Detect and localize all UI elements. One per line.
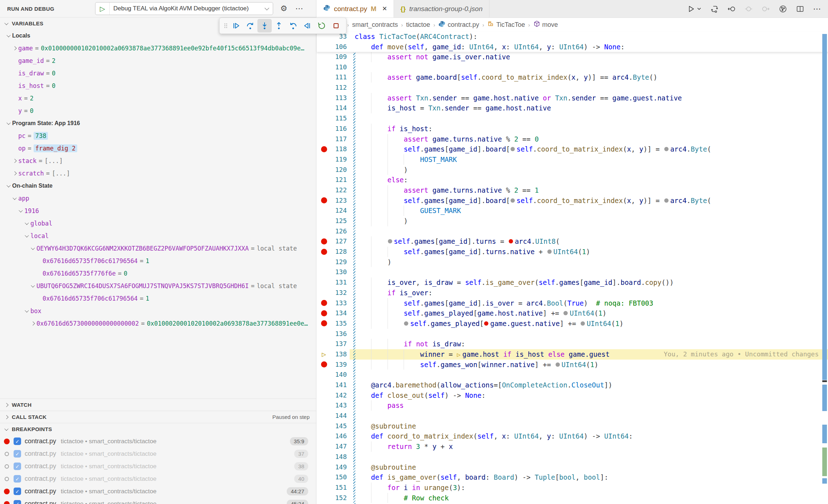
chevron-down-icon[interactable] [6, 121, 11, 125]
code-line[interactable]: 116 if is_host: [317, 124, 828, 134]
variable-row[interactable]: box [0, 305, 316, 317]
continue-button[interactable] [229, 19, 243, 33]
variable-row[interactable]: scratch=[...] [0, 167, 316, 179]
breakpoint-dot[interactable] [321, 300, 327, 306]
breadcrumb[interactable]: oe›smart_contracts›tictactoe›contract.py… [317, 18, 828, 31]
code-line[interactable]: 106 def move(self, game_id: UInt64, x: U… [317, 42, 828, 52]
chevron-right-icon[interactable] [13, 171, 17, 176]
variable-row[interactable]: game=0x010000000102010002a0693878ae37736… [0, 42, 316, 54]
gear-icon[interactable]: ⚙ [280, 4, 287, 13]
code-line[interactable]: 132 if is_over: [317, 288, 828, 298]
run-file-icon[interactable] [687, 5, 701, 13]
inline-breakpoint-dot-icon[interactable] [664, 198, 669, 203]
code-line[interactable]: 112 [317, 83, 828, 93]
breakpoint-dot[interactable] [321, 320, 327, 326]
inline-breakpoint-dot-icon[interactable] [404, 321, 408, 326]
breakpoint-row[interactable]: ✓contract.pytictactoe • smart_contracts/… [0, 448, 316, 460]
code-line[interactable]: 118 self.games[game_id].board[self.coord… [317, 144, 828, 154]
code-line[interactable]: 131 is_over, is_draw = self.is_game_over… [317, 277, 828, 288]
breakpoint-row[interactable]: ✓contract.pytictactoe • smart_contracts/… [0, 473, 316, 485]
inline-breakpoint-dot-icon[interactable] [581, 321, 585, 326]
variable-row[interactable]: stack=[...] [0, 154, 316, 167]
code-line[interactable]: 115 [317, 113, 828, 124]
chevron-right-icon[interactable] [31, 321, 35, 326]
breadcrumb-item-tictactoe[interactable]: tictactoe [406, 21, 430, 29]
breakpoint-checkbox[interactable]: ✓ [14, 500, 21, 504]
breakpoint-gutter-icon[interactable] [317, 196, 331, 206]
code-line[interactable]: 110 [317, 62, 828, 73]
breakpoint-icon[interactable] [5, 452, 9, 456]
restart-button[interactable] [315, 19, 329, 33]
breakpoint-row[interactable]: ✓contract.pytictactoe • smart_contracts/… [0, 498, 316, 504]
variable-row[interactable]: app [0, 192, 316, 204]
breakpoint-dot[interactable] [321, 238, 327, 244]
breadcrumb-item-smart_contracts[interactable]: smart_contracts [352, 21, 398, 29]
chevron-down-icon[interactable] [31, 284, 35, 288]
call-stack-section-header[interactable]: CALL STACK Paused on step [0, 411, 316, 423]
variable-row[interactable]: x=2 [0, 92, 316, 104]
code-line[interactable]: 114 is_host = Txn.sender == game.host.na… [317, 103, 828, 113]
stop-button[interactable] [329, 19, 343, 33]
inline-breakpoint-active-icon[interactable] [509, 239, 513, 243]
close-icon[interactable]: ✕ [382, 5, 387, 13]
chevron-down-icon[interactable] [25, 309, 29, 313]
code-line[interactable]: 127 self.games[game_id].turns = arc4.UIn… [317, 236, 828, 247]
step-over-button[interactable] [243, 19, 257, 33]
variable-row[interactable]: is_draw=0 [0, 67, 316, 79]
breakpoint-gutter-icon[interactable] [317, 298, 331, 308]
breakpoint-icon[interactable] [5, 477, 9, 481]
code-line[interactable]: 117 assert game.turns.native % 2 == 0 [317, 134, 828, 144]
variable-row[interactable]: op=frame_dig 2 [0, 142, 316, 154]
code-line[interactable]: 120 ) [317, 165, 828, 175]
breakpoint-gutter-icon[interactable] [317, 247, 331, 257]
code-line[interactable]: 109 assert not game.is_over.native [317, 52, 828, 62]
breakpoints-section-header[interactable]: BREAKPOINTS [0, 423, 316, 435]
code-line[interactable]: 122 assert game.turns.native % 2 == 1 [317, 185, 828, 196]
breadcrumb-item-TicTacToe[interactable]: TicTacToe [487, 20, 525, 29]
code-line[interactable]: 150 def is_game_over(self, board: Board)… [317, 472, 828, 483]
code-line[interactable]: 147 return 3 * y + x [317, 441, 828, 452]
breakpoint-dot[interactable] [321, 310, 327, 316]
breakpoint-dot[interactable] [321, 197, 327, 203]
code-line[interactable]: 121 else: [317, 175, 828, 185]
code-line[interactable]: 144 [317, 411, 828, 421]
variable-row[interactable]: 0x67616d65730000000000000002=0x010002000… [0, 317, 316, 330]
breakpoint-gutter-icon[interactable] [317, 144, 331, 154]
code-line[interactable]: 133 self.games[game_id].is_over = arc4.B… [317, 298, 828, 308]
variable-row[interactable]: 0x67616d65735f706c61796564=1 [0, 292, 316, 305]
open-changes-icon[interactable] [710, 5, 719, 13]
variable-row[interactable]: UBUTQ6FOG5ZWRCI64DUSX7SA6FOGMUJ7STNQVPAJ… [0, 280, 316, 292]
variable-row[interactable]: 0x67616d65735f706c61796564=1 [0, 255, 316, 267]
debug-config-dropdown[interactable]: ▷ Debug TEAL via AlgoKit AVM Debugger (t… [95, 2, 273, 15]
code-line[interactable]: 137 if not is_draw: [317, 339, 828, 349]
chevron-down-icon[interactable] [19, 209, 23, 213]
previous-change-icon[interactable] [727, 5, 736, 13]
variable-row[interactable]: On-chain State [0, 179, 316, 192]
breakpoint-row[interactable]: ✓contract.pytictactoe • smart_contracts/… [0, 485, 316, 498]
breakpoint-row[interactable]: ✓contract.pytictactoe • smart_contracts/… [0, 435, 316, 448]
code-line[interactable]: ▷138 winner = ▷game.host if is_host else… [317, 349, 828, 360]
code-line[interactable]: 151 for i in urange(3): [317, 483, 828, 493]
chevron-right-icon[interactable] [13, 159, 17, 163]
code-line[interactable]: 148 [317, 452, 828, 462]
more-actions-icon[interactable]: ⋯ [295, 4, 303, 13]
chevron-down-icon[interactable] [6, 184, 11, 188]
inline-breakpoint-dot-icon[interactable] [664, 147, 669, 151]
timeline-icon[interactable] [779, 5, 787, 13]
next-change-icon[interactable] [762, 5, 770, 13]
variable-row[interactable]: 1916 [0, 204, 316, 217]
inline-breakpoint-dot-icon[interactable] [563, 311, 568, 315]
chevron-right-icon[interactable] [13, 46, 17, 50]
breakpoint-checkbox[interactable]: ✓ [14, 475, 21, 483]
split-editor-icon[interactable] [796, 5, 804, 13]
gripper-icon[interactable] [222, 19, 229, 33]
tab-transaction-group-0.json[interactable]: {}transaction-group-0.json [394, 0, 489, 18]
code-line[interactable]: 125 ) [317, 216, 828, 226]
code-line[interactable]: 124 GUEST_MARK [317, 206, 828, 216]
breakpoint-icon[interactable] [4, 439, 10, 444]
code-line[interactable]: 129 ) [317, 257, 828, 267]
code-line[interactable]: 142 def close_out(self) -> None: [317, 390, 828, 401]
step-into-button[interactable] [257, 19, 272, 33]
breakpoint-dot[interactable] [321, 146, 327, 152]
start-debug-icon[interactable]: ▷ [95, 3, 110, 15]
